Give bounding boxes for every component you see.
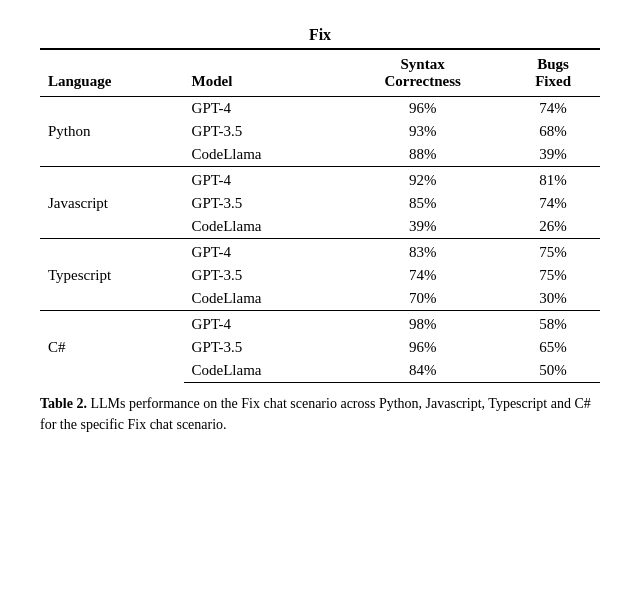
col-header-bugs: BugsFixed [506, 49, 600, 97]
cell-syntax: 96% [339, 97, 506, 121]
cell-language: C# [40, 311, 184, 383]
cell-model: GPT-4 [184, 239, 340, 265]
cell-syntax: 70% [339, 287, 506, 311]
cell-bugs: 75% [506, 239, 600, 265]
col-header-language: Language [40, 49, 184, 97]
cell-syntax: 84% [339, 359, 506, 383]
cell-syntax: 96% [339, 336, 506, 359]
cell-syntax: 92% [339, 167, 506, 193]
col-header-model: Model [184, 49, 340, 97]
cell-model: CodeLlama [184, 359, 340, 383]
cell-model: GPT-3.5 [184, 120, 340, 143]
cell-bugs: 74% [506, 192, 600, 215]
cell-syntax: 98% [339, 311, 506, 337]
table-row: TypescriptGPT-483%75% [40, 239, 600, 265]
table-title: Fix [40, 20, 600, 49]
cell-language: Javascript [40, 167, 184, 239]
cell-syntax: 85% [339, 192, 506, 215]
cell-bugs: 68% [506, 120, 600, 143]
cell-bugs: 81% [506, 167, 600, 193]
col-header-syntax: SyntaxCorrectness [339, 49, 506, 97]
cell-bugs: 39% [506, 143, 600, 167]
cell-model: GPT-4 [184, 311, 340, 337]
cell-bugs: 75% [506, 264, 600, 287]
cell-bugs: 58% [506, 311, 600, 337]
cell-syntax: 39% [339, 215, 506, 239]
cell-language: Python [40, 97, 184, 167]
cell-bugs: 50% [506, 359, 600, 383]
cell-model: GPT-3.5 [184, 264, 340, 287]
data-table: Fix Language Model SyntaxCorrectness Bug… [40, 20, 600, 383]
cell-model: GPT-3.5 [184, 336, 340, 359]
cell-language: Typescript [40, 239, 184, 311]
cell-syntax: 88% [339, 143, 506, 167]
table-row: JavascriptGPT-492%81% [40, 167, 600, 193]
cell-model: GPT-3.5 [184, 192, 340, 215]
cell-syntax: 83% [339, 239, 506, 265]
cell-bugs: 74% [506, 97, 600, 121]
table-row: PythonGPT-496%74% [40, 97, 600, 121]
cell-bugs: 65% [506, 336, 600, 359]
cell-syntax: 93% [339, 120, 506, 143]
caption-label: Table 2. [40, 396, 87, 411]
table-row: C#GPT-498%58% [40, 311, 600, 337]
cell-model: CodeLlama [184, 143, 340, 167]
cell-model: CodeLlama [184, 215, 340, 239]
table-caption: Table 2. LLMs performance on the Fix cha… [40, 393, 600, 435]
cell-model: GPT-4 [184, 97, 340, 121]
cell-bugs: 30% [506, 287, 600, 311]
cell-model: GPT-4 [184, 167, 340, 193]
cell-bugs: 26% [506, 215, 600, 239]
cell-syntax: 74% [339, 264, 506, 287]
table-container: Fix Language Model SyntaxCorrectness Bug… [40, 20, 600, 435]
caption-text: LLMs performance on the Fix chat scenari… [40, 396, 591, 432]
cell-model: CodeLlama [184, 287, 340, 311]
